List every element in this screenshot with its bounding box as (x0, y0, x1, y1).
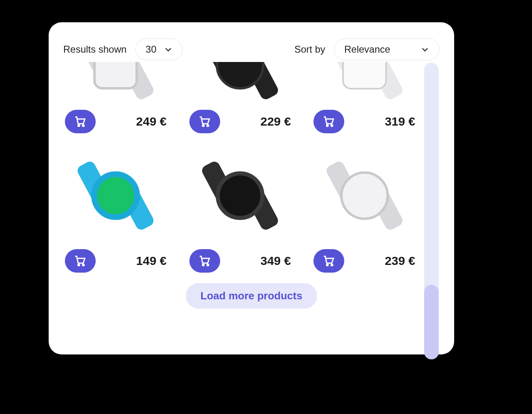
sort-by-label: Sort by (294, 44, 325, 55)
svg-point-4 (327, 125, 328, 126)
chevron-down-icon (164, 45, 173, 54)
watch-image (77, 62, 154, 101)
watch-image (77, 157, 154, 234)
product-price: 349 € (260, 254, 291, 268)
add-to-cart-button[interactable] (313, 249, 344, 273)
svg-point-5 (331, 125, 333, 126)
product-grid-container: 249 €229 €319 €149 €349 €239 € Load more… (63, 62, 440, 338)
cart-icon (74, 115, 86, 128)
chevron-down-icon (420, 45, 429, 54)
product-item: 249 € (63, 62, 168, 133)
product-price: 249 € (136, 115, 167, 128)
svg-point-10 (327, 264, 328, 266)
product-thumbnail[interactable] (188, 62, 293, 101)
product-thumbnail[interactable] (312, 62, 417, 101)
svg-point-8 (202, 264, 204, 266)
product-price: 319 € (385, 115, 415, 128)
product-price: 149 € (136, 254, 167, 268)
svg-point-0 (78, 125, 79, 126)
product-pricebar: 149 € (63, 249, 168, 273)
product-price: 239 € (385, 254, 415, 268)
product-item: 149 € (63, 151, 168, 273)
product-thumbnail[interactable] (63, 62, 168, 101)
product-pricebar: 319 € (312, 110, 417, 133)
add-to-cart-button[interactable] (313, 110, 344, 133)
product-item: 229 € (188, 62, 293, 133)
svg-point-9 (207, 264, 208, 266)
svg-point-2 (202, 125, 204, 126)
cart-icon (323, 115, 335, 128)
svg-point-6 (78, 264, 79, 266)
add-to-cart-button[interactable] (189, 249, 220, 273)
cart-icon (199, 255, 211, 267)
product-listing-card: Results shown 30 Sort by Relevance 249 €… (49, 22, 454, 354)
svg-point-1 (83, 125, 84, 126)
product-thumbnail[interactable] (312, 151, 417, 240)
product-item: 239 € (312, 151, 417, 273)
watch-image (326, 62, 403, 101)
scrollbar-thumb[interactable] (424, 285, 439, 359)
sort-by-value: Relevance (344, 44, 390, 55)
add-to-cart-button[interactable] (189, 110, 220, 133)
sort-by-dropdown[interactable]: Relevance (334, 38, 440, 60)
product-pricebar: 249 € (63, 110, 168, 133)
product-pricebar: 349 € (188, 249, 293, 273)
results-shown-dropdown[interactable]: 30 (135, 38, 183, 60)
svg-point-7 (83, 264, 84, 266)
svg-point-3 (207, 125, 208, 126)
results-shown-value: 30 (146, 44, 157, 55)
svg-point-11 (331, 264, 333, 266)
watch-image (202, 157, 279, 234)
scrollbar-track[interactable] (424, 63, 439, 359)
product-thumbnail[interactable] (63, 151, 168, 240)
product-pricebar: 229 € (188, 110, 293, 133)
watch-image (202, 62, 279, 101)
product-item: 349 € (188, 151, 293, 273)
product-item: 319 € (312, 62, 417, 133)
results-shown-label: Results shown (63, 44, 127, 55)
product-thumbnail[interactable] (188, 151, 293, 240)
toolbar: Results shown 30 Sort by Relevance (63, 38, 440, 60)
add-to-cart-button[interactable] (65, 249, 96, 273)
add-to-cart-button[interactable] (65, 110, 96, 133)
product-pricebar: 239 € (312, 249, 417, 273)
load-more-button[interactable]: Load more products (186, 283, 317, 309)
cart-icon (199, 115, 211, 128)
watch-image (326, 157, 403, 234)
cart-icon (74, 255, 86, 267)
product-price: 229 € (260, 115, 291, 128)
cart-icon (323, 255, 335, 267)
